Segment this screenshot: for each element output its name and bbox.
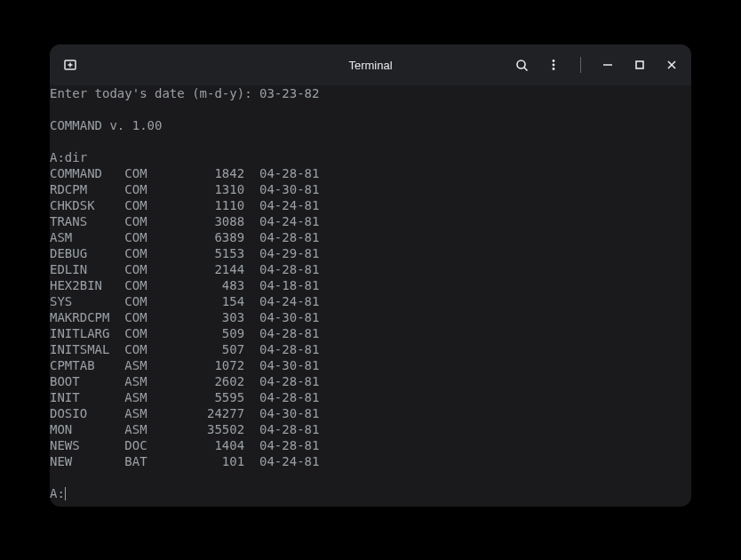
file-row: INITLARG COM 509 04-28-81 (50, 325, 691, 341)
terminal-line: Enter today's date (m-d-y): 03-23-82 (50, 85, 691, 101)
file-row: NEW BAT 101 04-24-81 (50, 453, 691, 469)
terminal-line: COMMAND v. 1.00 (50, 117, 691, 133)
close-icon[interactable] (665, 58, 679, 72)
terminal-line (50, 133, 691, 149)
file-row: COMMAND COM 1842 04-28-81 (50, 165, 691, 181)
file-row: CHKDSK COM 1110 04-24-81 (50, 197, 691, 213)
file-row: TRANS COM 3088 04-24-81 (50, 213, 691, 229)
svg-point-6 (553, 64, 555, 67)
file-row: DEBUG COM 5153 04-29-81 (50, 245, 691, 261)
terminal-line (50, 101, 691, 117)
file-row: CPMTAB ASM 1072 04-30-81 (50, 357, 691, 373)
file-row: HEX2BIN COM 483 04-18-81 (50, 277, 691, 293)
window-controls (514, 57, 679, 73)
file-row: INITSMAL COM 507 04-28-81 (50, 341, 691, 357)
minimize-icon[interactable] (601, 58, 615, 72)
file-row: SYS COM 154 04-24-81 (50, 293, 691, 309)
titlebar: Terminal (50, 44, 691, 85)
file-row: INIT ASM 5595 04-28-81 (50, 389, 691, 405)
file-row: DOSIO ASM 24277 04-30-81 (50, 405, 691, 421)
new-tab-icon[interactable] (62, 57, 78, 73)
file-row: ASM COM 6389 04-28-81 (50, 229, 691, 245)
search-icon[interactable] (514, 58, 529, 72)
file-row: MAKRDCPM COM 303 04-30-81 (50, 309, 691, 325)
terminal-output[interactable]: Enter today's date (m-d-y): 03-23-82COMM… (50, 85, 691, 501)
svg-point-5 (553, 60, 555, 62)
menu-icon[interactable] (546, 58, 561, 72)
file-row: EDLIN COM 2144 04-28-81 (50, 261, 691, 277)
svg-line-4 (524, 68, 528, 71)
file-row: RDCPM COM 1310 04-30-81 (50, 181, 691, 197)
maximize-icon[interactable] (633, 58, 647, 72)
file-row: MON ASM 35502 04-28-81 (50, 421, 691, 437)
svg-point-7 (553, 68, 555, 70)
svg-rect-9 (636, 61, 643, 68)
prompt-line: A: (50, 485, 691, 501)
file-row: NEWS DOC 1404 04-28-81 (50, 437, 691, 453)
file-row: BOOT ASM 2602 04-28-81 (50, 373, 691, 389)
cursor (65, 487, 66, 500)
terminal-line: A:dir (50, 149, 691, 165)
terminal-line (50, 469, 691, 485)
svg-point-3 (517, 60, 525, 68)
divider (580, 57, 581, 73)
window-title: Terminal (348, 59, 392, 72)
terminal-window: Terminal (50, 44, 691, 507)
